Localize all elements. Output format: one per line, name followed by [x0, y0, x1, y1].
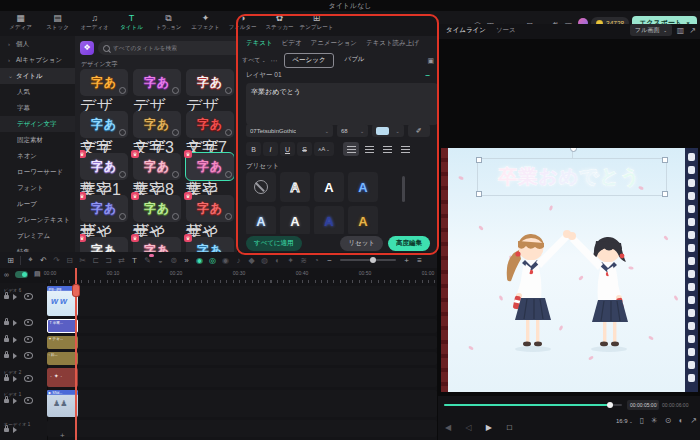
mute-icon[interactable]: [13, 294, 20, 300]
mask-icon[interactable]: ◒: [154, 256, 167, 265]
playhead-handle[interactable]: [72, 284, 80, 297]
redo-icon[interactable]: ↷: [50, 256, 63, 265]
design-text-card[interactable]: 字あ♛: [80, 195, 128, 222]
lock-icon[interactable]: [4, 321, 9, 325]
lock-icon[interactable]: [4, 399, 9, 403]
align-right-button[interactable]: [379, 142, 395, 156]
visibility-icon[interactable]: [24, 397, 33, 404]
mute-icon[interactable]: [13, 337, 20, 343]
design-text-card[interactable]: 字あ♛: [80, 153, 128, 180]
align-justify-button[interactable]: [397, 142, 413, 156]
record-icon[interactable]: ◉: [219, 256, 232, 265]
sidebar-item-プレミアム[interactable]: プレミアム: [0, 228, 75, 244]
preset-tile-6[interactable]: A: [314, 206, 344, 236]
timeline-clip[interactable]: ▶ SNd...♟♟: [47, 390, 78, 417]
visibility-icon[interactable]: [24, 352, 33, 359]
preset-tile-3[interactable]: A: [348, 172, 378, 202]
sidebar-item-人気[interactable]: 人気: [0, 84, 75, 100]
preset-tile-1[interactable]: A: [280, 172, 310, 202]
timeline-clip[interactable]: ◦ 粒...: [47, 352, 78, 365]
timeline-clip[interactable]: T 卒業...: [47, 319, 78, 333]
add-track-button[interactable]: +: [60, 431, 65, 440]
preset-tile-2[interactable]: A: [314, 172, 344, 202]
preview-tab-タイムライン[interactable]: タイムライン: [446, 26, 486, 35]
mute-icon[interactable]: [13, 353, 20, 359]
expand-icon[interactable]: ↗: [689, 26, 696, 35]
tab-テキスト[interactable]: テキスト: [246, 39, 273, 48]
track-list-icon[interactable]: ≡: [413, 256, 426, 265]
preview-tab-ソース[interactable]: ソース: [496, 26, 516, 35]
sidebar-item-ネオン[interactable]: ネオン: [0, 148, 75, 164]
lock-icon[interactable]: [4, 428, 9, 432]
design-text-card[interactable]: 字あ: [133, 111, 181, 138]
visibility-icon[interactable]: [24, 293, 33, 300]
design-text-card[interactable]: 字あ♛: [133, 153, 181, 180]
timeline-clip[interactable]: · ✦ ·: [47, 368, 78, 387]
mirror-icon[interactable]: ⇄: [115, 256, 128, 265]
font-size-select[interactable]: 68⌄: [337, 124, 368, 137]
timeline-ruler[interactable]: ∞▤ 00:0000:1000:2000:3000:4000:5001:00: [0, 268, 437, 283]
toolbar-item-templates[interactable]: ⊞テンプレート: [298, 13, 335, 31]
tab-テキスト読み上げ[interactable]: テキスト読み上げ: [366, 39, 419, 48]
keyframe-icon[interactable]: ◆: [245, 256, 258, 265]
align-center-button[interactable]: [361, 142, 377, 156]
step-back-button[interactable]: ◀: [440, 423, 456, 432]
audio-icon[interactable]: ♪: [232, 256, 245, 265]
visibility-icon[interactable]: [24, 319, 33, 326]
search-input[interactable]: すべてのタイトルを検索: [98, 41, 237, 55]
smart-cut-icon[interactable]: ◎: [206, 256, 219, 265]
lock-icon[interactable]: [4, 338, 9, 342]
tab-ビデオ[interactable]: ビデオ: [282, 39, 302, 48]
subtab-ベーシック[interactable]: ベーシック: [284, 53, 333, 68]
eyedropper-icon[interactable]: ✐: [408, 124, 430, 137]
format-u-button[interactable]: U: [280, 142, 295, 156]
design-text-card[interactable]: 字あ: [133, 69, 181, 96]
aspect-ratio-select[interactable]: 16:9 ⌄: [616, 418, 633, 424]
preset-tile-0[interactable]: [246, 172, 276, 202]
undo-icon[interactable]: ↶: [37, 256, 50, 265]
toolbar-item-effects[interactable]: ✦エフェクト: [187, 13, 224, 31]
timeline-zoom-slider[interactable]: [340, 259, 396, 261]
preset-tile-4[interactable]: A: [246, 206, 276, 236]
design-text-card[interactable]: 字あ♛: [80, 237, 128, 252]
delete-icon[interactable]: ⊟: [63, 256, 76, 265]
split-icon[interactable]: ✂: [76, 256, 89, 265]
lock-icon[interactable]: [4, 377, 9, 381]
seek-bar[interactable]: [444, 404, 622, 406]
mute-icon[interactable]: [13, 320, 20, 326]
subtab-バブル[interactable]: バブル: [338, 53, 372, 68]
lock-icon[interactable]: [4, 295, 9, 299]
design-text-card[interactable]: 字あ♛: [186, 195, 234, 222]
sidebar-item-固定素材[interactable]: 固定素材: [0, 132, 75, 148]
preview-zoom-select[interactable]: フル画面⌄: [630, 24, 672, 36]
pen-icon[interactable]: ✎: [141, 256, 154, 265]
toolbar-item-stock[interactable]: ▤ストック: [39, 13, 76, 31]
trim-left-icon[interactable]: ⊏: [89, 256, 102, 265]
toolbar-item-media[interactable]: ▦メディア: [2, 13, 39, 31]
play-backward-button[interactable]: ◁: [460, 423, 476, 432]
device-preview-icon[interactable]: ▯: [640, 416, 644, 425]
compare-icon[interactable]: ◐: [678, 416, 683, 425]
sidebar-item-字幕[interactable]: 字幕: [0, 100, 75, 116]
more-icon[interactable]: ⋯: [270, 57, 277, 65]
workspace-icon[interactable]: ⊞: [4, 256, 17, 265]
design-text-card[interactable]: 字あ♛: [186, 237, 234, 252]
layer-animate-icon[interactable]: ~: [425, 71, 430, 80]
reset-button[interactable]: リセット: [340, 236, 383, 251]
design-text-card[interactable]: 字あ♛: [133, 237, 181, 252]
smart-tool-icon[interactable]: ◉: [193, 256, 206, 265]
design-text-card[interactable]: 字あ♛: [133, 195, 181, 222]
lock-icon[interactable]: [4, 354, 9, 358]
seek-handle[interactable]: [607, 402, 613, 408]
visibility-icon[interactable]: [24, 375, 33, 382]
effect-circle-icon[interactable]: ✦: [284, 256, 297, 265]
format-s-button[interactable]: S: [297, 142, 312, 156]
playhead[interactable]: [75, 268, 77, 440]
text-selection-box[interactable]: [477, 158, 667, 196]
toolbar-item-audio[interactable]: ♫オーディオ: [76, 13, 113, 31]
link-icon[interactable]: ∞: [4, 271, 9, 278]
zoom-out-icon[interactable]: −: [323, 256, 336, 265]
chroma-icon[interactable]: ⊚: [167, 256, 180, 265]
motion-icon[interactable]: ◍: [258, 256, 271, 265]
preset-tile-5[interactable]: A: [280, 206, 310, 236]
